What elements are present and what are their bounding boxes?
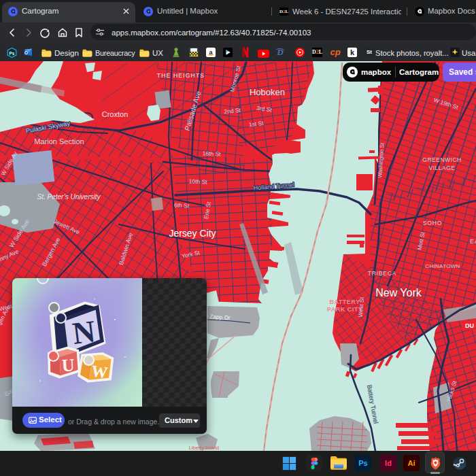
- svg-text:GREENWICH: GREENWICH: [422, 156, 461, 163]
- svg-text:O: O: [24, 50, 28, 55]
- svg-text:Ps: Ps: [10, 51, 15, 56]
- svg-text:DU: DU: [465, 322, 474, 329]
- svg-text:THE HEIGHTS: THE HEIGHTS: [157, 72, 205, 79]
- svg-text:SOHO: SOHO: [423, 220, 442, 226]
- svg-text:16th St: 16th St: [202, 150, 221, 157]
- svg-text:cp: cp: [330, 47, 340, 57]
- svg-text:6th St: 6th St: [174, 201, 190, 209]
- svg-text:New York: New York: [375, 287, 422, 299]
- svg-text:Jersey City: Jersey City: [169, 228, 216, 239]
- svg-text:10th St: 10th St: [188, 177, 207, 185]
- svg-text:St. Peter’s University: St. Peter’s University: [37, 193, 101, 201]
- svg-text:U: U: [61, 355, 75, 375]
- svg-text:Liberty Island: Liberty Island: [189, 445, 220, 451]
- svg-text:Croxton: Croxton: [102, 110, 129, 118]
- svg-text:BATTERY: BATTERY: [330, 299, 360, 305]
- svg-text:TRIBECA: TRIBECA: [368, 270, 396, 277]
- svg-text:Hoboken: Hoboken: [250, 87, 285, 97]
- svg-text:W: W: [90, 362, 109, 381]
- svg-text:EA: EA: [470, 238, 476, 245]
- svg-text:VILLAGE: VILLAGE: [429, 165, 456, 171]
- svg-text:Marion Section: Marion Section: [34, 137, 84, 146]
- svg-text:CHINATOWN: CHINATOWN: [425, 263, 460, 269]
